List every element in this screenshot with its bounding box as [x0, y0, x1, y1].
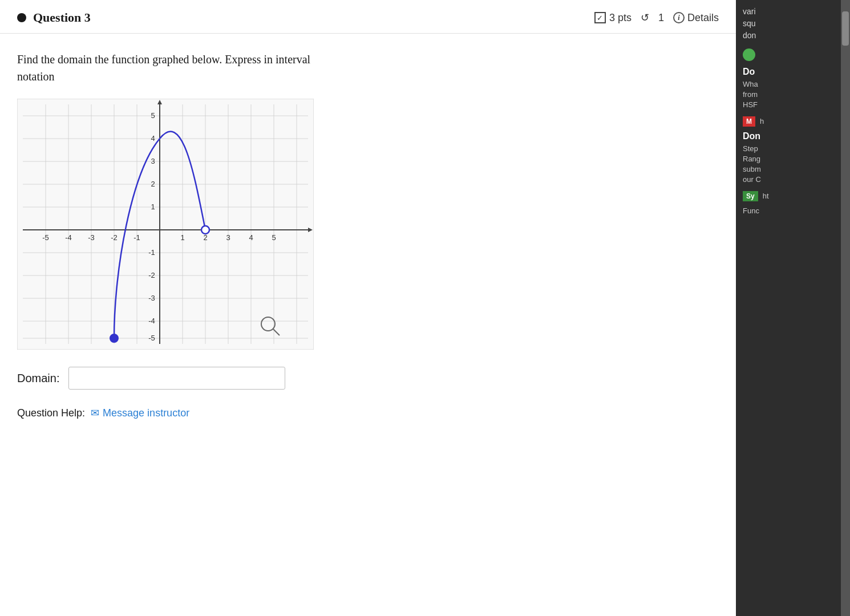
sidebar-green-dot [743, 48, 755, 61]
svg-point-48 [110, 334, 118, 342]
main-content: Question 3 ✓ 3 pts ↺ 1 i Details Find th… [0, 0, 736, 616]
sidebar-badge-red: M [743, 116, 755, 127]
sidebar-wha: Wha [743, 79, 843, 90]
sidebar-do-label: Do [743, 67, 843, 77]
scrollbar[interactable] [841, 0, 850, 616]
sidebar-h: h [760, 116, 764, 127]
points-label: 3 pts [609, 12, 632, 24]
sidebar-badge-green: Sy [743, 191, 758, 201]
sidebar-top-text: vari squ don [743, 6, 843, 42]
question-text: Find the domain the function graphed bel… [17, 51, 416, 85]
svg-point-49 [201, 226, 209, 234]
sidebar-subm: subm [743, 164, 843, 175]
question-help: Question Help: ✉ Message instructor [17, 407, 719, 419]
svg-rect-0 [17, 99, 314, 350]
checkbox-icon: ✓ [594, 12, 606, 23]
history-count: 1 [658, 12, 664, 24]
domain-row: Domain: [17, 367, 719, 390]
envelope-icon: ✉ [91, 407, 99, 419]
domain-label: Domain: [17, 372, 59, 385]
svg-text:-3: -3 [88, 233, 95, 242]
svg-text:-4: -4 [148, 317, 155, 325]
question-number: Question 3 [33, 10, 91, 25]
message-instructor-link[interactable]: ✉ Message instructor [91, 407, 189, 419]
sidebar-badge-row-2: Sy ht [743, 191, 843, 201]
svg-text:3: 3 [226, 233, 230, 242]
graph-container: -5 -4 -3 -2 -1 1 2 3 4 5 5 4 3 2 1 -1 -2… [17, 99, 314, 350]
svg-text:-5: -5 [42, 233, 49, 242]
sidebar-from: from [743, 90, 843, 100]
svg-text:-1: -1 [148, 248, 155, 257]
pts-badge: ✓ 3 pts [594, 12, 632, 24]
svg-text:5: 5 [272, 233, 276, 242]
sidebar-our-c: our C [743, 175, 843, 185]
sidebar-step: Step [743, 144, 843, 154]
question-text-line1: Find the domain the function graphed bel… [17, 53, 310, 66]
svg-text:1: 1 [180, 233, 184, 242]
history-icon: ↺ [641, 11, 649, 24]
svg-text:-3: -3 [148, 294, 155, 302]
question-body: Find the domain the function graphed bel… [0, 34, 736, 431]
question-text-line2: notation [17, 70, 55, 83]
sidebar-badge-row-1: M h [743, 116, 843, 127]
sidebar-section-2: Don Step Rang subm our C [743, 131, 843, 185]
domain-input[interactable] [68, 367, 285, 390]
sidebar-text-don: don [743, 31, 756, 40]
sidebar-section-1: Do Wha from HSF [743, 48, 843, 111]
svg-text:4: 4 [151, 134, 155, 143]
svg-text:-2: -2 [111, 233, 118, 242]
svg-text:1: 1 [151, 202, 155, 211]
svg-text:5: 5 [151, 111, 155, 120]
svg-text:4: 4 [249, 233, 253, 242]
svg-text:3: 3 [151, 157, 155, 165]
sidebar-text-vari: vari [743, 7, 756, 16]
question-dot [17, 13, 26, 22]
question-meta: ✓ 3 pts ↺ 1 i Details [594, 11, 719, 24]
sidebar-don-label: Don [743, 131, 843, 141]
message-label: Message instructor [103, 407, 189, 419]
question-header: Question 3 ✓ 3 pts ↺ 1 i Details [0, 0, 736, 34]
details-label: Details [687, 12, 719, 24]
svg-text:-4: -4 [65, 233, 72, 242]
right-sidebar: vari squ don Do Wha from HSF M h Don Ste… [736, 0, 850, 616]
sidebar-text-squ: squ [743, 19, 756, 28]
scroll-thumb[interactable] [842, 11, 849, 46]
details-link[interactable]: i Details [673, 12, 719, 24]
info-circle-icon: i [673, 12, 685, 23]
question-title: Question 3 [17, 10, 91, 25]
svg-text:-1: -1 [133, 233, 140, 242]
svg-text:-2: -2 [148, 271, 155, 279]
sidebar-func: Func [743, 206, 843, 216]
sidebar-rang: Rang [743, 154, 843, 164]
help-label: Question Help: [17, 407, 85, 419]
graph-svg: -5 -4 -3 -2 -1 1 2 3 4 5 5 4 3 2 1 -1 -2… [17, 99, 314, 350]
sidebar-hsf: HSF [743, 100, 843, 110]
sidebar-ht: ht [763, 191, 769, 201]
svg-text:2: 2 [151, 180, 155, 188]
svg-text:-5: -5 [148, 334, 155, 342]
